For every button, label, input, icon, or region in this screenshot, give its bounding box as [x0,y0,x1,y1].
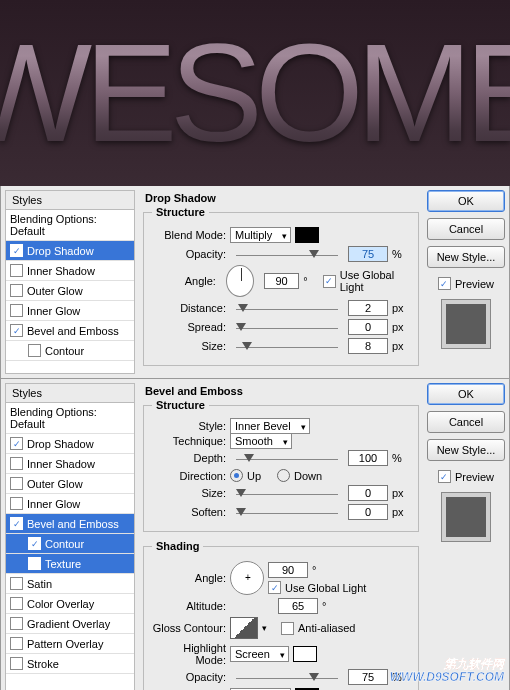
style-item-color-overlay[interactable]: Color Overlay [6,594,134,614]
size-input[interactable]: 8 [348,338,388,354]
technique-select[interactable]: Smooth [230,433,292,449]
preview-swatch [441,492,491,542]
style-item-gradient-overlay[interactable]: Gradient Overlay [6,614,134,634]
cancel-button[interactable]: Cancel [427,218,505,240]
style-item-stroke[interactable]: Stroke [6,654,134,674]
style-item-inner-glow[interactable]: Inner Glow [6,494,134,514]
direction-up-radio[interactable] [230,469,243,482]
dialog-buttons: OK Cancel New Style... Preview [427,190,505,374]
style-item-bevel-and-emboss[interactable]: Bevel and Emboss [6,321,134,341]
style-checkbox[interactable] [28,344,41,357]
style-checkbox[interactable] [28,537,41,550]
style-item-contour[interactable]: Contour [6,534,134,554]
highlight-mode-select[interactable]: Screen [230,646,289,662]
style-checkbox[interactable] [10,597,23,610]
opacity-slider[interactable] [236,247,338,261]
blend-color-swatch[interactable] [295,227,319,243]
style-checkbox[interactable] [10,324,23,337]
distance-slider[interactable] [236,301,338,315]
size-slider[interactable] [236,339,338,353]
style-item-bevel-and-emboss[interactable]: Bevel and Emboss [6,514,134,534]
preview-checkbox[interactable] [438,470,451,483]
style-checkbox[interactable] [28,557,41,570]
structure-legend: Structure [152,399,209,411]
spread-input[interactable]: 0 [348,319,388,335]
new-style-button[interactable]: New Style... [427,246,505,268]
style-checkbox[interactable] [10,517,23,530]
distance-input[interactable]: 2 [348,300,388,316]
highlight-opacity-input[interactable]: 75 [348,669,388,685]
angle-unit: ° [303,275,319,287]
size-input[interactable]: 0 [348,485,388,501]
style-item-label: Drop Shadow [27,438,94,450]
style-item-outer-glow[interactable]: Outer Glow [6,281,134,301]
spread-slider[interactable] [236,320,338,334]
soften-slider[interactable] [236,505,338,519]
angle-dial[interactable] [226,265,254,297]
styles-list: Styles Blending Options: Default Drop Sh… [5,190,135,374]
depth-unit: % [392,452,410,464]
style-item-inner-shadow[interactable]: Inner Shadow [6,261,134,281]
blending-options-row[interactable]: Blending Options: Default [6,403,134,434]
blending-options-row[interactable]: Blending Options: Default [6,210,134,241]
style-item-satin[interactable]: Satin [6,574,134,594]
highlight-mode-label: Highlight Mode: [152,642,226,666]
style-checkbox[interactable] [10,437,23,450]
angle-input[interactable]: 90 [264,273,299,289]
chevron-down-icon[interactable]: ▾ [262,623,267,633]
style-checkbox[interactable] [10,637,23,650]
ok-button[interactable]: OK [427,383,505,405]
shading-legend: Shading [152,540,203,552]
use-global-light-checkbox[interactable] [268,581,281,594]
style-checkbox[interactable] [10,264,23,277]
spread-label: Spread: [152,321,226,333]
style-checkbox[interactable] [10,617,23,630]
preview-swatch [441,299,491,349]
highlight-color-swatch[interactable] [293,646,317,662]
style-item-outer-glow[interactable]: Outer Glow [6,474,134,494]
style-item-pattern-overlay[interactable]: Pattern Overlay [6,634,134,654]
size-slider[interactable] [236,486,338,500]
style-item-label: Stroke [27,658,59,670]
style-checkbox[interactable] [10,577,23,590]
highlight-opacity-slider[interactable] [236,670,338,684]
style-checkbox[interactable] [10,304,23,317]
style-item-inner-glow[interactable]: Inner Glow [6,301,134,321]
structure-group: Structure Style:Inner Bevel Technique:Sm… [143,399,419,532]
style-item-contour[interactable]: Contour [6,341,134,361]
new-style-button[interactable]: New Style... [427,439,505,461]
use-global-light-checkbox[interactable] [323,275,336,288]
style-checkbox[interactable] [10,477,23,490]
style-item-inner-shadow[interactable]: Inner Shadow [6,454,134,474]
altitude-input[interactable]: 65 [278,598,318,614]
style-checkbox[interactable] [10,457,23,470]
direction-label: Direction: [152,470,226,482]
angle-input[interactable]: 90 [268,562,308,578]
size-unit: px [392,340,410,352]
style-checkbox[interactable] [10,497,23,510]
preview-checkbox[interactable] [438,277,451,290]
depth-input[interactable]: 100 [348,450,388,466]
gloss-contour-picker[interactable] [230,617,258,639]
style-checkbox[interactable] [10,657,23,670]
style-item-drop-shadow[interactable]: Drop Shadow [6,434,134,454]
style-label: Style: [152,420,226,432]
blend-mode-select[interactable]: Multiply [230,227,291,243]
distance-unit: px [392,302,410,314]
preview-label: Preview [455,471,494,483]
ok-button[interactable]: OK [427,190,505,212]
style-item-drop-shadow[interactable]: Drop Shadow [6,241,134,261]
style-select[interactable]: Inner Bevel [230,418,310,434]
style-item-label: Outer Glow [27,285,83,297]
opacity-input[interactable]: 75 [348,246,388,262]
cancel-button[interactable]: Cancel [427,411,505,433]
technique-label: Technique: [152,435,226,447]
anti-aliased-checkbox[interactable] [281,622,294,635]
style-checkbox[interactable] [10,284,23,297]
style-checkbox[interactable] [10,244,23,257]
direction-down-radio[interactable] [277,469,290,482]
depth-slider[interactable] [236,451,338,465]
angle-altitude-dial[interactable]: + [230,561,264,595]
style-item-texture[interactable]: Texture [6,554,134,574]
soften-input[interactable]: 0 [348,504,388,520]
